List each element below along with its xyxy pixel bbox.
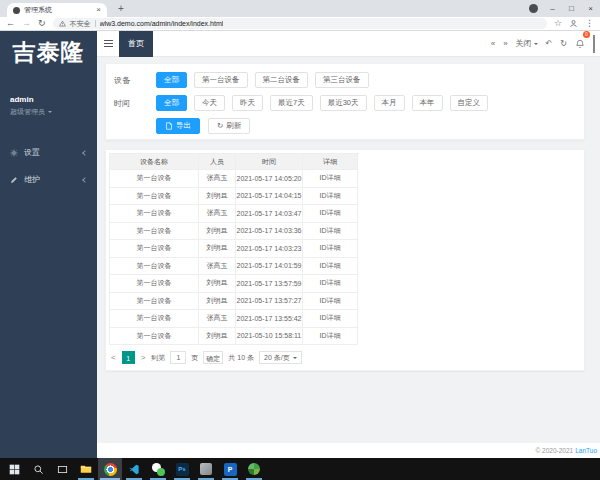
gray-app-button[interactable]	[194, 458, 218, 480]
cell-device-name: 第一台设备	[110, 223, 199, 241]
browser-tabstrip: 管理系统	[0, 0, 600, 17]
back-nav-icon[interactable]	[546, 40, 553, 48]
browser-tab[interactable]: 管理系统	[7, 3, 107, 17]
refresh-button[interactable]: 刷新	[208, 118, 250, 134]
time-filter-button[interactable]: 最近7天	[270, 95, 313, 111]
export-icon	[165, 122, 173, 130]
device-filter-button[interactable]: 第一台设备	[194, 72, 248, 88]
device-filter-button[interactable]: 全部	[156, 72, 187, 88]
table-row: 第一台设备 张高玉 2021-05-17 14:03:47 ID详细	[110, 205, 359, 223]
start-button[interactable]	[2, 458, 26, 480]
scroll-tabs-left-button[interactable]	[491, 40, 495, 48]
time-filter-button[interactable]: 本月	[374, 95, 405, 111]
page-footer: © 2020-2021 LanTuo	[97, 443, 600, 458]
table-row: 第一台设备 刘明旦 2021-05-17 13:57:59 ID详细	[110, 275, 359, 293]
sidebar-item-maintenance[interactable]: 维护	[0, 166, 97, 193]
wechat-button[interactable]	[146, 458, 170, 480]
back-button[interactable]	[6, 19, 15, 28]
refresh-label: 刷新	[226, 121, 241, 131]
caret-down-icon	[293, 357, 297, 361]
cell-person: 刘明旦	[199, 328, 236, 346]
green-app-button[interactable]	[242, 458, 266, 480]
goto-page-input[interactable]	[170, 351, 186, 364]
refresh-page-icon[interactable]	[560, 40, 567, 48]
taskbar: Ps P	[0, 458, 600, 480]
time-filter-row: 时间 全部 今天 昨天 最近7天 最近	[114, 95, 584, 111]
photoshop-icon: Ps	[176, 463, 189, 476]
table-header-cell: 详细	[303, 154, 358, 170]
time-filter-button[interactable]: 本年	[412, 95, 443, 111]
time-filter-button[interactable]: 今天	[194, 95, 225, 111]
table-card: 设备名称 人员 时间 详细 第一台设备 张高玉 2021-05-1	[105, 149, 585, 371]
browser-menu-icon[interactable]	[585, 19, 594, 28]
time-filter-button[interactable]: 最近30天	[320, 95, 367, 111]
address-bar[interactable]: 不安全 wlw3.demo.com/admin/index/index.html	[53, 18, 547, 29]
warning-icon	[59, 20, 66, 27]
profile-icon[interactable]	[569, 19, 578, 28]
browser-tab-title: 管理系统	[24, 5, 92, 15]
action-row: 导出 刷新	[156, 118, 584, 134]
current-page-button[interactable]: 1	[122, 351, 135, 364]
cell-person: 刘明旦	[199, 275, 236, 293]
page-size-select[interactable]: 20 条/页	[259, 351, 302, 364]
admin-app: 吉泰隆 admin 超级管理员 设置	[0, 31, 600, 458]
tab-home[interactable]: 首页	[119, 31, 153, 57]
file-explorer-button[interactable]	[74, 458, 98, 480]
prev-page-button[interactable]: <	[110, 353, 117, 362]
minimize-button[interactable]	[543, 0, 562, 17]
screen: 管理系统 不安全 wlw3.demo.com/admin/index/index…	[0, 0, 600, 480]
titlebar-circle-icon[interactable]	[529, 4, 538, 13]
cell-person: 刘明旦	[199, 223, 236, 241]
taskbar-search-button[interactable]	[26, 458, 50, 480]
close-window-button[interactable]	[581, 0, 600, 17]
table-row: 第一台设备 刘明旦 2021-05-17 14:03:23 ID详细	[110, 240, 359, 258]
close-tabs-dropdown[interactable]: 关闭	[516, 38, 538, 49]
cell-device-name: 第一台设备	[110, 328, 199, 346]
cell-time: 2021-05-17 14:04:15	[236, 188, 303, 206]
vscode-button[interactable]	[122, 458, 146, 480]
time-filter-button[interactable]: 全部	[156, 95, 187, 111]
cell-detail: ID详细	[303, 205, 358, 223]
table-row: 第一台设备 刘明旦 2021-05-17 13:57:27 ID详细	[110, 293, 359, 311]
export-button[interactable]: 导出	[156, 118, 200, 134]
wrench-icon	[10, 176, 18, 184]
chrome-button[interactable]	[98, 458, 122, 480]
wechat-icon	[152, 463, 165, 476]
cell-person: 张高玉	[199, 170, 236, 188]
forward-button[interactable]	[22, 19, 31, 28]
cell-detail: ID详细	[303, 310, 358, 328]
sidebar-item-label: 设置	[24, 147, 40, 158]
user-role-dropdown[interactable]: 超级管理员	[10, 107, 97, 117]
copyright-text: © 2020-2021	[536, 447, 574, 454]
bookmark-star-icon[interactable]	[554, 19, 562, 28]
vscode-icon	[129, 464, 140, 475]
caret-down-icon	[534, 43, 538, 47]
device-filter-button[interactable]: 第二台设备	[255, 72, 309, 88]
time-filter-button[interactable]: 自定义	[450, 95, 489, 111]
task-view-button[interactable]	[50, 458, 74, 480]
time-filter-button[interactable]: 昨天	[232, 95, 263, 111]
next-page-button[interactable]: >	[140, 353, 147, 362]
tab-close-icon[interactable]	[96, 6, 101, 14]
task-view-icon	[57, 464, 68, 475]
more-panel-icon[interactable]	[593, 35, 598, 53]
browser-toolbar: 不安全 wlw3.demo.com/admin/index/index.html	[0, 17, 600, 31]
maximize-button[interactable]	[562, 0, 581, 17]
notification-bell[interactable]: 0	[575, 35, 585, 53]
table-row: 第一台设备 刘明旦 2021-05-10 15:58:11 ID详细	[110, 328, 359, 346]
sidebar-item-settings[interactable]: 设置	[0, 139, 97, 166]
cell-time: 2021-05-17 14:03:47	[236, 205, 303, 223]
reload-button[interactable]	[38, 19, 46, 28]
new-tab-button[interactable]	[114, 2, 128, 16]
start-icon	[9, 464, 20, 475]
confirm-page-button[interactable]: 确定	[203, 351, 223, 364]
p-app-button[interactable]: P	[218, 458, 242, 480]
cell-person: 刘明旦	[199, 240, 236, 258]
cell-detail: ID详细	[303, 275, 358, 293]
photoshop-button[interactable]: Ps	[170, 458, 194, 480]
scroll-tabs-right-button[interactable]	[503, 40, 507, 48]
brand-link[interactable]: LanTuo	[575, 447, 597, 454]
cell-detail: ID详细	[303, 170, 358, 188]
hamburger-button[interactable]	[97, 31, 119, 57]
device-filter-button[interactable]: 第三台设备	[315, 72, 369, 88]
